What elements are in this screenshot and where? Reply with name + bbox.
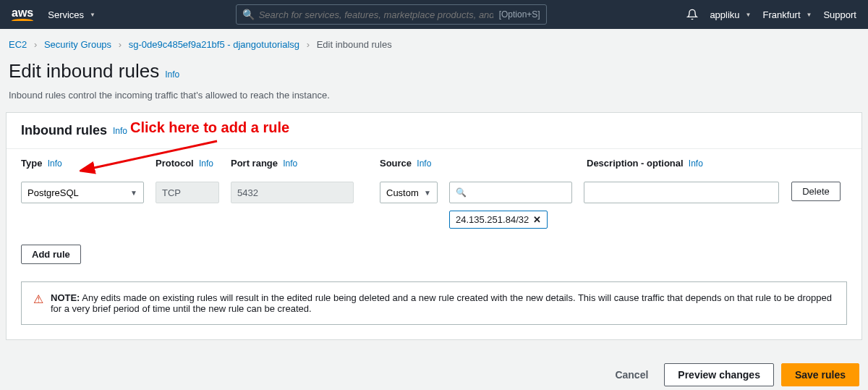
port-range-field: 5432 — [231, 182, 354, 203]
protocol-field: TCP — [156, 182, 219, 203]
inbound-rules-panel: Inbound rules Info Type Info Protocol In… — [6, 112, 862, 340]
description-input[interactable] — [584, 182, 779, 203]
breadcrumb-security-groups[interactable]: Security Groups — [44, 39, 111, 50]
preview-changes-button[interactable]: Preview changes — [664, 363, 774, 386]
note-text-wrap: NOTE: Any edits made on existing rules w… — [51, 292, 835, 314]
global-search-input[interactable] — [259, 9, 493, 20]
chevron-down-icon: ▼ — [424, 189, 431, 197]
chevron-right-icon: › — [307, 39, 310, 50]
col-description-label: Description - optional — [587, 158, 684, 169]
search-icon: 🔍 — [456, 187, 467, 198]
source-cidr-tag: 24.135.251.84/32 ✕ — [449, 211, 548, 229]
support-menu[interactable]: Support — [823, 9, 856, 20]
breadcrumb-sg[interactable]: sg-0de9c485ef9a21bf5 - djangotutorialsg — [129, 39, 299, 50]
breadcrumb: EC2 › Security Groups › sg-0de9c485ef9a2… — [0, 29, 868, 60]
protocol-value: TCP — [162, 187, 181, 198]
search-shortcut-hint: [Option+S] — [499, 9, 540, 20]
warning-icon: ⚠ — [33, 292, 43, 314]
global-search[interactable]: 🔍 [Option+S] — [236, 4, 547, 25]
type-select-value: PostgreSQL — [27, 187, 79, 198]
chevron-right-icon: › — [119, 39, 122, 50]
page-title: Edit inbound rules — [9, 60, 159, 82]
col-description-info[interactable]: Info — [689, 158, 703, 169]
account-menu[interactable]: appliku — [710, 9, 751, 20]
col-protocol-info[interactable]: Info — [199, 158, 213, 169]
page-header: Edit inbound rules Info Inbound rules co… — [0, 60, 868, 112]
nav-right: appliku Frankfurt Support — [686, 9, 856, 20]
rules-columns-header: Type Info Protocol Info Port range Info … — [7, 149, 861, 173]
save-rules-button[interactable]: Save rules — [781, 363, 859, 386]
panel-title: Inbound rules — [21, 123, 107, 138]
rule-row: PostgreSQL ▼ TCP 5432 Custom ▼ 🔍 — [7, 173, 861, 237]
source-mode-value: Custom — [386, 187, 419, 198]
source-search-input[interactable]: 🔍 — [449, 182, 572, 203]
col-type-info[interactable]: Info — [48, 158, 62, 169]
page-info-link[interactable]: Info — [165, 69, 179, 80]
notifications-icon[interactable] — [686, 9, 698, 20]
page-subtitle: Inbound rules control the incoming traff… — [9, 90, 859, 101]
panel-info-link[interactable]: Info — [113, 126, 127, 136]
aws-logo[interactable]: aws — [12, 7, 33, 22]
col-source-info[interactable]: Info — [417, 158, 431, 169]
top-nav: aws Services 🔍 [Option+S] appliku Frankf… — [0, 0, 868, 29]
add-rule-button[interactable]: Add rule — [21, 245, 81, 264]
col-port-label: Port range — [231, 158, 278, 169]
col-type-label: Type — [21, 158, 42, 169]
col-port-info[interactable]: Info — [283, 158, 297, 169]
port-range-value: 5432 — [237, 187, 258, 198]
chevron-right-icon: › — [34, 39, 37, 50]
breadcrumb-ec2[interactable]: EC2 — [9, 39, 27, 50]
source-cidr-value: 24.135.251.84/32 — [456, 214, 529, 225]
col-protocol-label: Protocol — [156, 158, 194, 169]
cancel-button[interactable]: Cancel — [606, 363, 657, 386]
region-selector[interactable]: Frankfurt — [763, 9, 812, 20]
col-source-label: Source — [380, 158, 412, 169]
global-search-wrap: 🔍 [Option+S] — [110, 4, 672, 25]
delete-rule-button[interactable]: Delete — [791, 182, 841, 201]
footer-actions: Cancel Preview changes Save rules — [0, 352, 868, 390]
note-text: Any edits made on existing rules will re… — [51, 292, 832, 314]
panel-header: Inbound rules Info — [7, 113, 861, 149]
remove-cidr-icon[interactable]: ✕ — [533, 214, 541, 225]
services-menu[interactable]: Services — [48, 9, 95, 20]
breadcrumb-current: Edit inbound rules — [317, 39, 392, 50]
chevron-down-icon: ▼ — [130, 189, 137, 197]
note-label: NOTE: — [51, 292, 80, 303]
type-select[interactable]: PostgreSQL ▼ — [21, 182, 144, 203]
search-icon: 🔍 — [242, 9, 255, 20]
source-mode-select[interactable]: Custom ▼ — [380, 182, 438, 203]
note-box: ⚠ NOTE: Any edits made on existing rules… — [21, 281, 847, 325]
